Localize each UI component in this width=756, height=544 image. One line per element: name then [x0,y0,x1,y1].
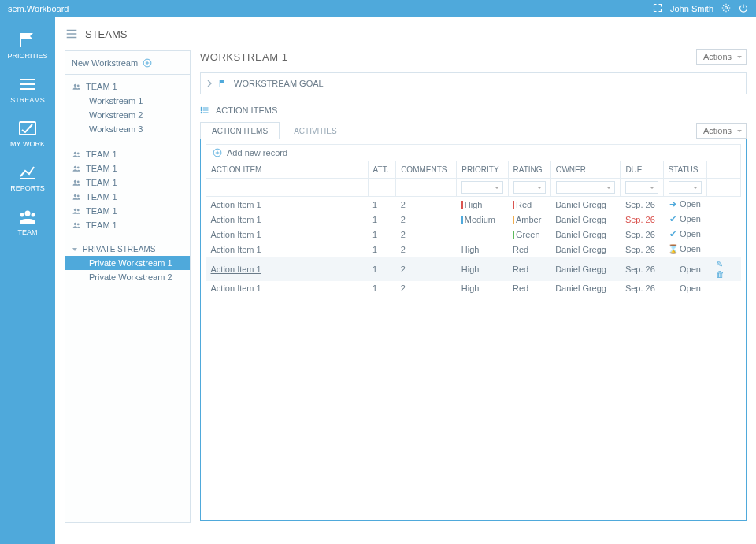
svg-point-19 [77,224,80,226]
workstream-goal-bar[interactable]: WORKSTREAM GOAL [200,72,747,94]
add-record-button[interactable]: Add new record [206,144,741,161]
svg-point-11 [77,167,80,169]
app-name: sem.Workboard [8,4,69,13]
tree-workstream[interactable]: Workstream 3 [65,122,190,136]
col-actions [706,161,740,179]
cell-owner: Daniel Gregg [550,212,621,227]
nav-streams[interactable]: STREAMS [0,71,55,115]
filter-rating[interactable] [513,181,546,194]
cell-comments: 2 [396,212,457,227]
table-row[interactable]: Action Item 112HighRedDaniel GreggSep. 2… [206,197,741,213]
fullscreen-icon[interactable] [653,3,662,14]
user-name[interactable]: John Smith [670,4,713,13]
svg-point-10 [74,166,76,168]
cell-rating: Amber [508,212,550,227]
col-priority[interactable]: PRIORITY [457,161,508,179]
page-title: STEAMS [85,28,127,40]
cell-rating: Red [508,257,550,281]
grid-filter-row [206,179,741,197]
tree-team-group[interactable]: TEAM 1 [65,204,190,218]
svg-point-8 [74,152,76,154]
svg-point-14 [74,194,76,197]
col-status[interactable]: STATUS [663,161,706,179]
svg-point-13 [77,181,80,183]
list-icon [200,105,209,115]
nav-team[interactable]: TEAM [0,203,55,247]
actions-dropdown[interactable]: Actions [696,49,747,65]
tree-team-group[interactable]: TEAM 1 [65,147,190,161]
table-row[interactable]: Action Item 112GreenDaniel GreggSep. 26✔… [206,227,741,242]
delete-icon[interactable]: 🗑 [716,269,724,279]
cell-action-item[interactable]: Action Item 1 [206,197,369,213]
workstream-header: WORKSTREAM 1 Actions [200,49,747,65]
svg-point-15 [77,195,80,198]
table-row[interactable]: Action Item 112HighRedDaniel GreggSep. 2… [206,242,741,257]
cell-att: 1 [368,257,396,281]
col-due[interactable]: DUE [621,161,663,179]
tree-private-header[interactable]: PRIVATE STREAMS [65,240,190,256]
svg-point-6 [74,84,76,87]
grid-actions-dropdown[interactable]: Actions [696,123,747,139]
cell-att: 1 [368,281,396,295]
cell-owner: Daniel Gregg [550,197,621,213]
cell-status: Open [663,281,706,295]
gear-icon[interactable] [721,3,731,14]
col-comments[interactable]: COMMENTS [396,161,457,179]
nav-priorities[interactable]: PRIORITIES [0,27,55,71]
section-title: ACTION ITEMS [216,105,277,115]
tree-team-group[interactable]: TEAM 1 [65,80,190,94]
tree-team-group[interactable]: TEAM 1 [65,218,190,232]
cell-priority: High [457,242,508,257]
cell-status: ⌛Open [663,242,706,257]
filter-status[interactable] [669,181,702,194]
tree-team-group[interactable]: TEAM 1 [65,190,190,204]
cell-owner: Daniel Gregg [550,257,621,281]
col-rating[interactable]: RATING [508,161,550,179]
filter-priority[interactable] [461,181,502,194]
table-row[interactable]: Action Item 112HighRedDaniel GreggSep. 2… [206,257,741,281]
cell-row-actions [706,197,740,213]
cell-priority: High [457,257,508,281]
tab-action-items[interactable]: ACTION ITEMS [200,122,280,139]
tree-workstream[interactable]: Workstream 2 [65,108,190,122]
table-row[interactable]: Action Item 112MediumAmberDaniel GreggSe… [206,212,741,227]
power-icon[interactable] [739,3,748,14]
cell-due: Sep. 26 [621,227,663,242]
col-owner[interactable]: OWNER [550,161,621,179]
cell-rating: Red [508,242,550,257]
topbar: sem.Workboard John Smith [0,0,756,17]
edit-icon[interactable]: ✎ [716,259,723,268]
people-icon [72,192,81,202]
tab-activities[interactable]: ACTIVITIES [283,123,347,139]
cell-action-item[interactable]: Action Item 1 [206,242,369,257]
cell-owner: Daniel Gregg [550,281,621,295]
col-action-item[interactable]: ACTION ITEM [206,161,369,179]
new-workstream-button[interactable]: New Workstream [65,51,190,75]
cell-action-item[interactable]: Action Item 1 [206,281,369,295]
svg-point-4 [32,213,35,217]
nav-reports[interactable]: REPORTS [0,159,55,203]
cell-due: Sep. 26 [621,281,663,295]
tree-private-workstream[interactable]: Private Workstream 1 [65,256,190,270]
table-row[interactable]: Action Item 112HighRedDaniel GreggSep. 2… [206,281,741,295]
svg-point-20 [201,107,202,108]
cell-owner: Daniel Gregg [550,242,621,257]
people-icon [72,164,81,173]
svg-point-0 [725,7,728,9]
cell-row-actions [706,281,740,295]
cell-att: 1 [368,242,396,257]
tree-team-group[interactable]: TEAM 1 [65,161,190,176]
tree-team-group[interactable]: TEAM 1 [65,176,190,190]
cell-status: ✔Open [663,227,706,242]
cell-action-item[interactable]: Action Item 1 [206,227,369,242]
nav-mywork[interactable]: MY WORK [0,115,55,159]
col-att[interactable]: ATT. [368,161,396,179]
people-icon [72,178,81,187]
filter-due[interactable] [625,181,658,194]
cell-action-item[interactable]: Action Item 1 [206,212,369,227]
filter-owner[interactable] [556,181,616,194]
tree-workstream[interactable]: Workstream 1 [65,94,190,108]
tree-private-workstream[interactable]: Private Workstream 2 [65,270,190,284]
cell-comments: 2 [396,257,457,281]
cell-action-item[interactable]: Action Item 1 [206,257,369,281]
